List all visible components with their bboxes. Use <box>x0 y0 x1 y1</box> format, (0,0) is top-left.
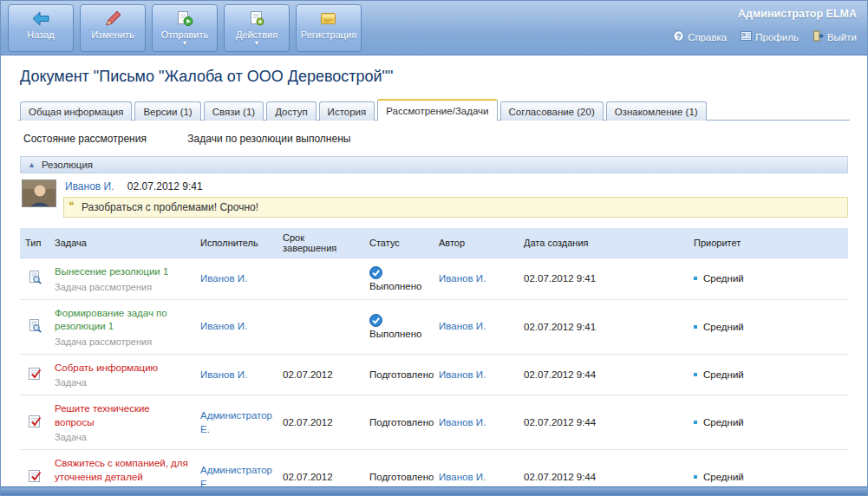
task-title-link[interactable]: Собрать информацию <box>55 362 158 375</box>
executor-link[interactable]: Иванов И. <box>200 369 247 380</box>
status-label: Подготовлено <box>369 369 434 380</box>
priority-label: Средний <box>703 417 744 427</box>
send-button[interactable]: Отправить ▼ <box>152 4 218 52</box>
footer-bar <box>1 486 867 495</box>
status-cell: Подготовлено <box>364 354 434 395</box>
help-link-label: Справка <box>688 32 727 42</box>
actions-button[interactable]: Действия ▼ <box>224 4 290 52</box>
status-label: Выполнено <box>369 281 422 291</box>
due-date: 02.07.2012 <box>277 354 364 395</box>
status-label: Подготовлено <box>369 417 434 427</box>
status-label: Выполнено <box>369 329 422 339</box>
toolbar: Назад Изменить Отправить ▼ Действия <box>1 1 867 55</box>
task-row: Собрать информациюЗадачаИванов И.02.07.2… <box>20 354 848 395</box>
tab-review-tasks[interactable]: Рассмотрение/Задачи <box>377 99 497 121</box>
created-date: 02.07.2012 9:41 <box>519 299 689 354</box>
column-header-due: Срок завершения <box>277 228 364 258</box>
status-done-icon <box>369 314 428 327</box>
due-date <box>277 258 364 300</box>
send-button-label: Отправить <box>161 29 209 40</box>
priority-label: Средний <box>703 369 744 380</box>
priority-bullet-icon <box>694 277 697 280</box>
table-header-row: Тип Задача Исполнитель Срок завершения С… <box>20 228 848 258</box>
column-header-status: Статус <box>364 228 434 258</box>
task-icon <box>28 372 42 382</box>
tab-access[interactable]: Доступ <box>266 101 316 121</box>
due-date: 02.07.2012 <box>277 450 364 486</box>
priority-bullet-icon <box>694 421 697 424</box>
page-title: Документ "Письмо "Жалоба от ООО Деревост… <box>20 68 850 86</box>
priority-label: Средний <box>703 273 744 284</box>
task-table: Тип Задача Исполнитель Срок завершения С… <box>20 228 848 486</box>
resolution-body: Иванов И. 02.07.2012 9:41 ❝ Разобраться … <box>20 173 848 225</box>
back-button-label: Назад <box>27 29 55 40</box>
task-title-link[interactable]: Свяжитесь с компанией, для уточнения дет… <box>55 457 190 484</box>
resolution-author-link[interactable]: Иванов И. <box>65 180 114 193</box>
edit-button[interactable]: Изменить <box>80 4 146 52</box>
profile-icon <box>741 30 752 43</box>
author-link[interactable]: Иванов И. <box>439 472 486 482</box>
dropdown-caret-icon: ▼ <box>254 40 260 46</box>
status-cell: Подготовлено <box>364 450 434 486</box>
resolution-meta: Иванов И. 02.07.2012 9:41 <box>65 180 848 193</box>
send-icon <box>175 10 194 28</box>
app-window: Назад Изменить Отправить ▼ Действия <box>0 0 868 496</box>
author-link[interactable]: Иванов И. <box>439 417 486 427</box>
column-header-created: Дата создания <box>519 228 689 258</box>
created-date: 02.07.2012 9:44 <box>519 450 689 486</box>
help-icon: ? <box>673 30 684 43</box>
priority-label: Средний <box>703 472 744 482</box>
resolution-text: Разобраться с проблемами! Срочно! <box>82 201 258 213</box>
tab-acquaintance[interactable]: Ознакомление (1) <box>606 101 707 121</box>
resolution-section-header[interactable]: ▲ Резолюция <box>20 156 848 173</box>
registration-button[interactable]: Регистрация <box>296 4 362 52</box>
task-title-link[interactable]: Формирование задач по резолюции 1 <box>55 307 190 334</box>
help-link[interactable]: ? Справка <box>673 30 727 43</box>
priority-bullet-icon <box>694 373 697 376</box>
back-icon <box>31 10 50 28</box>
profile-link-label: Профиль <box>755 32 799 42</box>
task-row: Решите технические вопросыЗадачаАдминист… <box>20 395 848 450</box>
due-date: 02.07.2012 <box>277 395 364 450</box>
status-cell: Выполнено <box>364 258 434 300</box>
logout-link[interactable]: Выйти <box>813 30 857 43</box>
executor-link[interactable]: Администратор Е. <box>200 410 272 434</box>
review-state-line: Состояние рассмотрения Задачи по резолюц… <box>23 133 846 145</box>
quote-icon: ❝ <box>69 199 74 212</box>
task-title-link[interactable]: Решите технические вопросы <box>55 402 190 429</box>
tab-general-info[interactable]: Общая информация <box>20 101 132 121</box>
task-row: Свяжитесь с компанией, для уточнения дет… <box>20 450 848 486</box>
tab-links[interactable]: Связи (1) <box>204 101 264 121</box>
created-date: 02.07.2012 9:44 <box>519 395 689 450</box>
task-row: Формирование задач по резолюции 1Задача … <box>20 299 848 354</box>
tab-versions[interactable]: Версии (1) <box>134 101 200 121</box>
status-done-icon <box>369 266 428 279</box>
actions-icon <box>247 10 266 28</box>
review-state-value: Задачи по резолюции выполнены <box>187 133 350 145</box>
tab-history[interactable]: История <box>319 101 375 121</box>
avatar <box>22 179 56 207</box>
status-cell: Подготовлено <box>364 395 434 450</box>
column-header-author: Автор <box>434 228 519 258</box>
task-subtitle: Задача <box>55 432 190 442</box>
back-button[interactable]: Назад <box>8 4 74 52</box>
task-title-link[interactable]: Вынесение резолюции 1 <box>55 265 168 279</box>
resolution-datetime: 02.07.2012 9:41 <box>127 180 203 193</box>
column-header-task: Задача <box>49 228 195 258</box>
registration-icon <box>319 10 338 28</box>
author-link[interactable]: Иванов И. <box>439 273 486 284</box>
executor-link[interactable]: Иванов И. <box>200 273 247 284</box>
resolution-details: Иванов И. 02.07.2012 9:41 ❝ Разобраться … <box>63 179 848 218</box>
profile-link[interactable]: Профиль <box>741 30 799 43</box>
column-header-priority: Приоритет <box>689 228 848 258</box>
tab-approval[interactable]: Согласование (20) <box>500 101 604 121</box>
header-links: ? Справка Профиль Выйти <box>673 30 857 43</box>
executor-link[interactable]: Иванов И. <box>200 321 247 331</box>
author-link[interactable]: Иванов И. <box>439 369 486 380</box>
priority-bullet-icon <box>694 475 697 479</box>
executor-link[interactable]: Администратор Е. <box>200 465 272 486</box>
dropdown-caret-icon: ▼ <box>182 40 188 46</box>
review-task-icon <box>28 324 42 335</box>
created-date: 02.07.2012 9:41 <box>519 258 689 300</box>
author-link[interactable]: Иванов И. <box>439 321 486 331</box>
